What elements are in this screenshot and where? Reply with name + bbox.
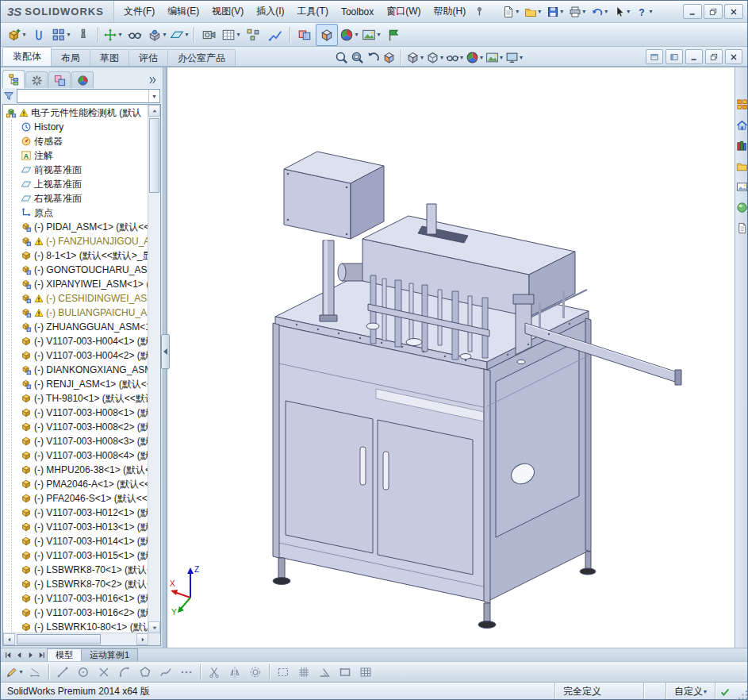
simulation-setup-button[interactable] (382, 24, 405, 46)
model-tab-1[interactable]: 运动算例1 (81, 648, 138, 661)
scroll-down-icon[interactable] (148, 621, 160, 633)
smart-dimension-button[interactable] (25, 662, 45, 682)
sketch-button[interactable]: ▾ (4, 662, 25, 682)
section-view-button[interactable] (316, 24, 338, 46)
trim-entities-button[interactable] (204, 662, 224, 682)
tree-item-36[interactable]: (-) LSBWRK10-80<1> (默认 (3, 620, 148, 633)
scroll-left-icon[interactable] (3, 633, 15, 645)
tree-item-20[interactable]: (-) TH-9810<1> (默认<<默认 (3, 391, 148, 406)
edit-appearance-button[interactable]: ▾ (465, 49, 484, 65)
menu-tools[interactable]: 工具(T) (291, 4, 335, 20)
office-products-button[interactable] (735, 98, 748, 111)
bill-of-materials-button[interactable]: ▾ (220, 24, 242, 46)
line-button[interactable] (52, 662, 73, 682)
close-document-button[interactable] (725, 49, 742, 64)
previous-tab-button[interactable] (13, 649, 25, 660)
smart-fasteners-button[interactable] (72, 24, 94, 46)
hide-show-items-button[interactable]: ▾ (445, 49, 464, 65)
tree-item-26[interactable]: (-) PMA2046-A<1> (默认<< (3, 477, 148, 491)
tree-item-7[interactable]: 原点 (3, 206, 148, 220)
menu-view[interactable]: 视图(V) (205, 4, 250, 20)
display-style-button[interactable]: ▾ (425, 49, 444, 65)
tree-item-35[interactable]: (-) V1107-003-H016<2> (默认 (3, 606, 148, 620)
view-settings-button[interactable]: ▾ (504, 49, 524, 65)
arc-button[interactable] (114, 662, 135, 682)
exploded-view-button[interactable] (242, 24, 264, 46)
first-tab-button[interactable] (2, 649, 13, 660)
last-tab-button[interactable] (36, 649, 47, 660)
horizontal-scroll-thumb[interactable] (17, 634, 101, 644)
undo-button[interactable]: ▾ (589, 2, 610, 21)
appearances-scenes-button[interactable] (735, 201, 748, 214)
tree-item-16[interactable]: (-) V1107-003-H004<1> (默认 (3, 334, 148, 348)
scroll-right-icon[interactable] (136, 633, 148, 645)
custom-properties-button[interactable] (735, 221, 748, 235)
model-tab-0[interactable]: 模型 (47, 648, 82, 661)
tree-item-14[interactable]: (-) BULIANGPAICHU_ASM- (3, 306, 148, 320)
tree-item-24[interactable]: (-) V1107-003-H008<4> (默认 (3, 448, 148, 463)
tree-item-17[interactable]: (-) V1107-003-H004<2> (默认 (3, 348, 148, 363)
tree-horizontal-scrollbar[interactable] (3, 633, 148, 645)
feature-filter-input[interactable] (17, 91, 148, 101)
edit-appearance-button[interactable]: ▾ (338, 24, 360, 46)
vertical-scroll-thumb[interactable] (149, 118, 159, 193)
custom-toolbar-status[interactable]: 自定义 ▾ (666, 683, 715, 700)
reference-geometry-button[interactable]: ▾ (168, 24, 190, 46)
select-button[interactable]: ▾ (611, 2, 632, 21)
tree-item-27[interactable]: (-) PFA2046-S<1> (默认<<默 (3, 491, 148, 506)
pin-menu-button[interactable] (472, 2, 487, 21)
print-button[interactable]: ▾ (566, 2, 588, 21)
tree-item-21[interactable]: (-) V1107-003-H008<1> (默认 (3, 406, 148, 420)
save-button[interactable]: ▾ (544, 2, 566, 21)
tree-item-23[interactable]: (-) V1107-003-H008<3> (默认 (3, 434, 148, 448)
insert-components-button[interactable]: ▾ (6, 24, 28, 46)
tree-item-1[interactable]: History (3, 120, 148, 134)
apply-scene-button[interactable]: ▾ (360, 24, 382, 46)
tree-item-0[interactable]: 电子元件性能检测机 (默认 (3, 106, 148, 120)
view-palette-button[interactable] (735, 180, 748, 194)
tab-assembly[interactable]: 装配体 (2, 47, 52, 66)
spline-button[interactable] (155, 662, 176, 682)
displaymanager-tab[interactable] (71, 71, 94, 88)
tree-item-19[interactable]: (-) RENJI_ASM<1> (默认<<默 (3, 377, 148, 391)
resize-grip[interactable] (735, 683, 748, 700)
restore-document-button[interactable] (705, 49, 723, 64)
configurationmanager-tab[interactable] (48, 71, 71, 88)
file-explorer-button[interactable] (735, 160, 748, 173)
mirror-entities-button[interactable] (224, 662, 245, 682)
rebuild-status[interactable] (715, 683, 735, 700)
design-library-button[interactable] (735, 139, 748, 152)
tree-item-12[interactable]: (-) XIPANYIWEI_ASM<1> (默 (3, 277, 148, 291)
rapid-sketch-button[interactable] (273, 662, 293, 682)
assembly-features-button[interactable]: ▾ (146, 24, 168, 46)
featuremanager-tree[interactable]: 电子元件性能检测机 (默认History传感器A注解前视基准面上视基准面右视基准… (2, 104, 161, 646)
tree-item-3[interactable]: A注解 (3, 148, 148, 163)
tree-item-22[interactable]: (-) V1107-003-H008<2> (默认 (3, 420, 148, 434)
previous-view-button[interactable] (366, 49, 381, 65)
tree-item-30[interactable]: (-) V1107-003-H014<1> (默认 (3, 534, 148, 548)
explode-line-sketch-button[interactable] (264, 24, 286, 46)
view-orientation-button[interactable]: ▾ (405, 49, 424, 65)
circle-button[interactable] (73, 662, 94, 682)
graphics-viewport[interactable]: Z X Y (167, 67, 735, 648)
tree-item-4[interactable]: 前视基准面 (3, 163, 148, 177)
next-tab-button[interactable] (25, 649, 36, 660)
tree-vertical-scrollbar[interactable] (148, 105, 160, 633)
zoom-to-area-button[interactable] (350, 49, 365, 65)
polygon-button[interactable] (135, 662, 155, 682)
open-document-button[interactable]: ▾ (522, 2, 543, 21)
move-component-button[interactable]: ▾ (102, 24, 124, 46)
new-motion-study-button[interactable] (198, 24, 220, 46)
tree-item-34[interactable]: (-) V1107-003-H016<1> (默认 (3, 591, 148, 606)
close-window-button[interactable] (724, 4, 743, 19)
tree-item-2[interactable]: 传感器 (3, 134, 148, 148)
tree-item-10[interactable]: (-) 8-1<1> (默认<<默认>_显 (3, 248, 148, 263)
minimize-document-button[interactable] (685, 49, 703, 64)
filter-dropdown-icon[interactable]: ▼ (148, 90, 159, 102)
new-document-button[interactable]: ▾ (500, 2, 521, 21)
tab-sketch[interactable]: 草图 (90, 49, 129, 66)
menu-edit[interactable]: 编辑(E) (161, 4, 205, 20)
tree-item-32[interactable]: (-) LSBWRK8-70<1> (默认<< (3, 563, 148, 577)
point-button[interactable] (176, 662, 197, 682)
corner-rectangle-button[interactable] (335, 662, 355, 682)
